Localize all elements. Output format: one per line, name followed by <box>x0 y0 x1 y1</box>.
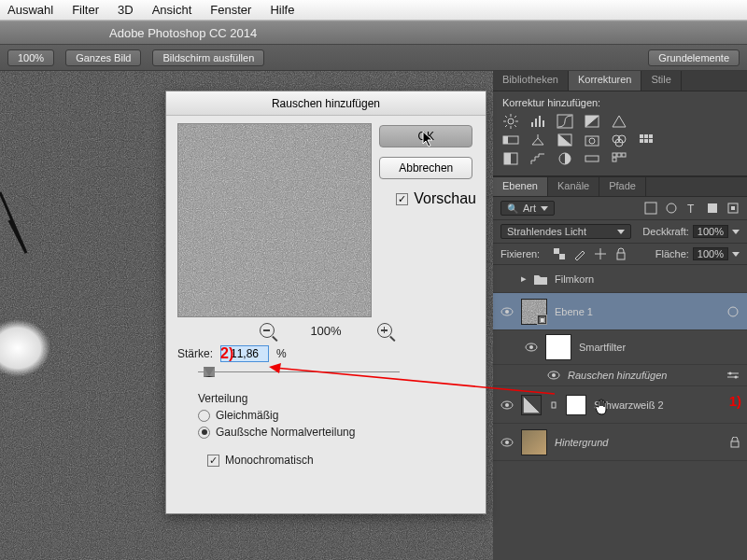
chevron-down-icon[interactable] <box>732 252 740 257</box>
filter-toggle-icon[interactable] <box>726 305 740 318</box>
layer-kind-dropdown[interactable]: 🔍Art <box>500 201 555 216</box>
radio-uniform[interactable]: Gleichmäßig <box>198 409 474 422</box>
checkbox-checked-icon <box>396 193 408 205</box>
svg-point-3 <box>508 119 514 124</box>
exposure-icon[interactable] <box>584 114 600 129</box>
panel-tabs-layers: Ebenen Kanäle Pfade <box>493 176 747 197</box>
strength-unit: % <box>276 347 287 360</box>
tab-libraries[interactable]: Bibliotheken <box>493 71 569 91</box>
curves-icon[interactable] <box>557 114 573 129</box>
svg-rect-14 <box>539 116 541 127</box>
fill-label: Fläche: <box>655 248 689 259</box>
zoom-in-icon[interactable] <box>377 323 392 338</box>
filter-mask-thumbnail[interactable] <box>545 334 571 360</box>
cursor-hand-icon <box>594 399 609 415</box>
svg-point-53 <box>728 307 738 316</box>
layer-smartfilter[interactable]: Smartfilter <box>493 330 747 365</box>
cancel-button[interactable]: Abbrechen <box>379 157 472 179</box>
photo-filter-icon[interactable] <box>584 133 600 147</box>
svg-rect-67 <box>178 124 371 316</box>
svg-point-61 <box>505 403 509 407</box>
visibility-icon[interactable] <box>500 436 514 449</box>
filter-shape-icon[interactable] <box>706 202 719 215</box>
disclosure-triangle-icon[interactable]: ▸ <box>521 273 527 285</box>
options-bar: 100% Ganzes Bild Bildschirm ausfüllen Gr… <box>0 45 747 71</box>
lock-pixels-icon[interactable] <box>573 247 586 260</box>
invert-icon[interactable] <box>502 151 519 166</box>
vibrance-icon[interactable] <box>611 114 627 129</box>
layer-background[interactable]: Hintergrund <box>493 424 747 461</box>
visibility-icon[interactable] <box>500 399 514 412</box>
layer-thumbnail[interactable]: ▣ <box>521 299 547 325</box>
layer-noise-filter[interactable]: Rauschen hinzufügen <box>493 365 747 386</box>
layer-bw-adjustment[interactable]: Schwarzweiß 2 <box>493 386 747 424</box>
fill-value[interactable]: 100% <box>693 247 728 260</box>
zoom-out-icon[interactable] <box>260 323 275 338</box>
menu-help[interactable]: Hilfe <box>270 3 294 17</box>
visibility-icon[interactable] <box>500 305 514 318</box>
visibility-icon[interactable] <box>547 369 560 382</box>
opacity-value[interactable]: 100% <box>693 225 728 238</box>
radio-gaussian[interactable]: Gaußsche Normalverteilung <box>198 426 474 439</box>
tab-adjustments[interactable]: Korrekturen <box>569 71 641 91</box>
threshold-icon[interactable] <box>557 151 573 166</box>
tab-styles[interactable]: Stile <box>641 71 681 91</box>
fit-screen-button[interactable]: Ganzes Bild <box>65 49 141 66</box>
adjustment-thumbnail[interactable] <box>521 395 542 415</box>
menu-view[interactable]: Ansicht <box>152 3 192 17</box>
link-icon[interactable] <box>549 395 558 415</box>
menu-selection[interactable]: Auswahl <box>7 3 53 17</box>
noise-preview[interactable] <box>177 123 372 317</box>
levels-icon[interactable] <box>529 114 546 129</box>
svg-point-51 <box>505 310 509 314</box>
visibility-off-icon[interactable] <box>500 273 514 286</box>
tab-layers[interactable]: Ebenen <box>493 177 548 196</box>
chevron-down-icon[interactable] <box>732 230 740 234</box>
layer-thumbnail[interactable] <box>521 429 547 455</box>
workspace-button[interactable]: Grundelemente <box>648 49 740 66</box>
channel-mixer-icon[interactable] <box>611 133 627 147</box>
lock-all-icon[interactable] <box>614 247 627 260</box>
menu-window[interactable]: Fenster <box>210 3 251 17</box>
monochrome-checkbox[interactable]: Monochromatisch <box>207 454 474 467</box>
tab-paths[interactable]: Pfade <box>599 177 646 196</box>
gradient-map-icon[interactable] <box>584 151 600 166</box>
layer-group-filmkorn[interactable]: ▸ Filmkorn <box>493 265 747 293</box>
svg-rect-38 <box>622 153 626 157</box>
tab-channels[interactable]: Kanäle <box>548 177 599 196</box>
svg-point-58 <box>729 372 732 375</box>
app-titlebar: Adobe Photoshop CC 2014 <box>0 21 747 45</box>
fill-screen-button[interactable]: Bildschirm ausfüllen <box>152 49 264 66</box>
filter-smart-icon[interactable] <box>726 202 740 215</box>
strength-slider[interactable] <box>198 366 474 379</box>
filter-settings-icon[interactable] <box>726 369 740 382</box>
brightness-icon[interactable] <box>502 114 519 129</box>
color-lookup-icon[interactable] <box>638 133 655 147</box>
filter-pixel-icon[interactable] <box>644 202 657 215</box>
color-balance-icon[interactable] <box>529 133 546 147</box>
bw-icon[interactable] <box>557 133 573 147</box>
radio-checked-icon <box>198 427 210 439</box>
menu-3d[interactable]: 3D <box>118 3 134 17</box>
selective-color-icon[interactable] <box>611 151 627 166</box>
filter-adjust-icon[interactable] <box>665 202 678 215</box>
lock-transparency-icon[interactable] <box>553 247 566 260</box>
visibility-icon[interactable] <box>525 341 538 354</box>
filter-type-icon[interactable]: T <box>685 202 698 215</box>
svg-rect-40 <box>645 203 656 214</box>
posterize-icon[interactable] <box>529 151 546 166</box>
svg-rect-33 <box>504 153 511 164</box>
system-menubar: Auswahl Filter 3D Ansicht Fenster Hilfe <box>0 0 747 21</box>
preview-checkbox[interactable]: Vorschau <box>396 190 476 207</box>
hue-icon[interactable] <box>502 133 519 147</box>
blend-mode-dropdown[interactable]: Strahlendes Licht <box>500 224 631 239</box>
panel-tabs-top: Bibliotheken Korrekturen Stile <box>493 71 747 91</box>
svg-rect-46 <box>554 248 559 254</box>
zoom-level-button[interactable]: 100% <box>7 49 54 66</box>
menu-filter[interactable]: Filter <box>72 3 99 17</box>
layer-ebene1[interactable]: ▣ Ebene 1 <box>493 293 747 330</box>
layer-mask-thumbnail[interactable] <box>566 395 586 415</box>
lock-position-icon[interactable] <box>594 247 607 260</box>
svg-point-22 <box>589 138 595 144</box>
svg-rect-37 <box>617 153 621 157</box>
